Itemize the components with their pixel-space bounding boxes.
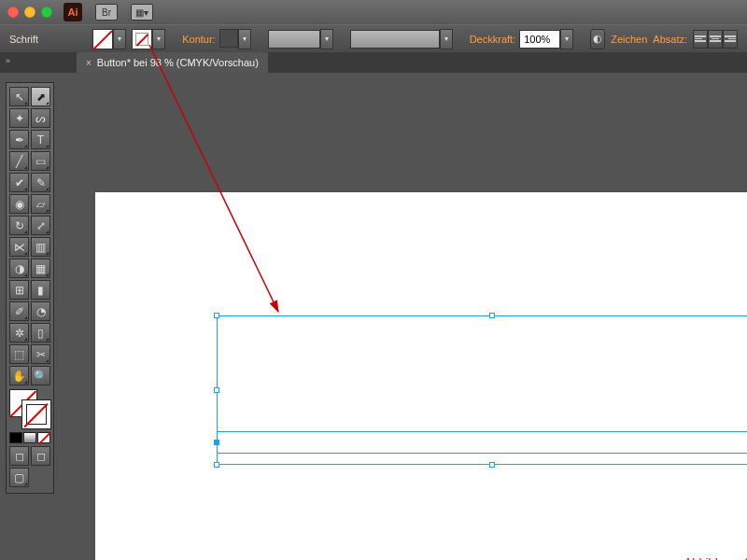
blob-brush-tool[interactable]: ◉	[9, 194, 29, 214]
screen-mode-button[interactable]: ▢	[9, 468, 29, 487]
close-window-button[interactable]	[7, 7, 19, 18]
app-icon: Ai	[63, 3, 82, 21]
fill-swatch[interactable]	[92, 29, 113, 49]
slice-tool[interactable]: ✂	[31, 344, 50, 364]
opacity-input[interactable]: 100%	[519, 30, 560, 49]
color-mode-none[interactable]	[37, 432, 50, 443]
color-mode-solid[interactable]	[9, 432, 22, 443]
pencil-tool[interactable]: ✎	[31, 173, 50, 192]
stroke-weight-input[interactable]	[219, 29, 238, 48]
selection-tool[interactable]: ↖	[9, 87, 29, 106]
maximize-window-button[interactable]	[41, 7, 52, 18]
brush-tool[interactable]: ✔	[9, 173, 29, 192]
fill-dropdown[interactable]	[113, 29, 126, 49]
selected-rectangle-inner[interactable]	[217, 431, 747, 454]
brush-dropdown[interactable]	[440, 29, 453, 49]
color-mode-gradient[interactable]	[23, 432, 36, 443]
kontur-label: Kontur:	[182, 34, 215, 45]
rectangle-tool[interactable]: ▭	[31, 151, 50, 171]
absatz-link[interactable]: Absatz:	[653, 34, 687, 45]
draw-mode-normal[interactable]: ◻	[9, 446, 29, 466]
stroke-swatch[interactable]	[132, 29, 152, 49]
align-center-button[interactable]	[708, 30, 723, 49]
recolor-artwork-button[interactable]: ◐	[590, 29, 605, 49]
toolbox: ↖⬈ ✦ᔕ ✒T ╱▭ ✔✎ ◉▱ ↻⤢ ⋉▥ ◑▦ ⊞▮ ✐◔ ✲▯ ⬚✂ ✋…	[6, 82, 54, 494]
pen-tool[interactable]: ✒	[9, 130, 29, 149]
close-tab-icon[interactable]: ×	[86, 58, 92, 68]
bridge-button[interactable]: Br	[95, 4, 118, 21]
artboard[interactable]: Abbildung: 05	[95, 192, 747, 560]
blend-tool[interactable]: ◔	[31, 301, 50, 321]
arrange-documents-button[interactable]: ▦▾	[131, 4, 153, 21]
document-tab[interactable]: × Button* bei 98 % (CMYK/Vorschau)	[77, 52, 268, 73]
variable-width-dropdown[interactable]	[320, 29, 333, 49]
tab-menu-chevron[interactable]: »	[6, 56, 10, 65]
stroke-weight-dropdown[interactable]	[238, 29, 251, 49]
figure-caption: Abbildung: 05	[684, 555, 747, 560]
document-tab-title: Button* bei 98 % (CMYK/Vorschau)	[97, 57, 259, 68]
width-tool[interactable]: ⋉	[9, 237, 29, 257]
lasso-tool[interactable]: ᔕ	[31, 108, 50, 128]
hand-tool[interactable]: ✋	[9, 366, 29, 385]
variable-width-profile[interactable]	[268, 30, 320, 49]
minimize-window-button[interactable]	[24, 7, 35, 18]
opacity-dropdown[interactable]	[560, 29, 573, 49]
deckkraft-label: Deckkraft:	[470, 34, 516, 45]
zoom-tool[interactable]: 🔍	[31, 366, 50, 385]
window-titlebar: Ai Br ▦▾	[0, 0, 747, 24]
magic-wand-tool[interactable]: ✦	[9, 108, 29, 128]
perspective-grid-tool[interactable]: ▦	[31, 259, 50, 278]
artboard-tool[interactable]: ⬚	[9, 344, 29, 364]
color-mode-row	[9, 432, 50, 443]
eraser-tool[interactable]: ▱	[31, 194, 50, 214]
type-tool[interactable]: T	[31, 130, 50, 149]
free-transform-tool[interactable]: ▥	[31, 237, 50, 257]
shape-builder-tool[interactable]: ◑	[9, 259, 29, 278]
zeichen-link[interactable]: Zeichen	[611, 34, 647, 45]
mesh-tool[interactable]: ⊞	[9, 280, 29, 300]
document-tabstrip: × Button* bei 98 % (CMYK/Vorschau)	[0, 52, 747, 73]
draw-mode-behind[interactable]: ◻	[31, 446, 50, 466]
direct-selection-tool[interactable]: ⬈	[31, 87, 50, 106]
gradient-tool[interactable]: ▮	[31, 280, 50, 300]
align-left-button[interactable]	[693, 30, 708, 49]
align-right-button[interactable]	[723, 30, 738, 49]
rotate-tool[interactable]: ↻	[9, 216, 29, 235]
brush-definition[interactable]	[350, 30, 440, 49]
symbol-sprayer-tool[interactable]: ✲	[9, 323, 29, 343]
column-graph-tool[interactable]: ▯	[31, 323, 50, 343]
fill-stroke-indicator[interactable]	[9, 389, 50, 428]
scale-tool[interactable]: ⤢	[31, 216, 50, 235]
type-label: Schrift	[9, 34, 38, 45]
document-viewport[interactable]: Abbildung: 05	[71, 73, 747, 560]
control-bar: Schrift Kontur: Deckkraft: 100% ◐ Zeiche…	[0, 24, 747, 52]
eyedropper-tool[interactable]: ✐	[9, 301, 29, 321]
line-tool[interactable]: ╱	[9, 151, 29, 171]
stroke-indicator[interactable]	[22, 400, 50, 428]
stroke-dropdown[interactable]	[152, 29, 165, 49]
